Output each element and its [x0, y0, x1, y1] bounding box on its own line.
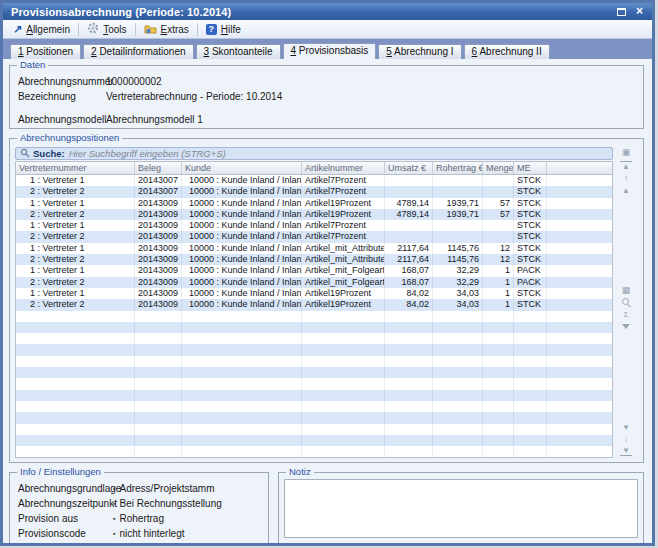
table-cell — [547, 446, 612, 457]
table-cell — [514, 311, 547, 322]
close-button[interactable]: × — [632, 5, 647, 18]
table-cell — [514, 435, 547, 446]
table-cell — [483, 175, 514, 186]
table-cell: Artikel19Prozent — [302, 288, 385, 299]
menu-hilfe[interactable]: ? Hilfe — [200, 23, 247, 36]
table-cell — [182, 367, 302, 378]
menu-hilfe-label: Hilfe — [221, 24, 241, 35]
table-row-empty[interactable] — [16, 390, 612, 401]
filter-icon[interactable] — [620, 322, 632, 332]
column-header[interactable]: ME — [514, 162, 547, 174]
table-row-empty[interactable] — [16, 446, 612, 457]
table-row-empty[interactable] — [16, 378, 612, 389]
table-cell — [16, 446, 135, 457]
table-cell — [182, 390, 302, 401]
table-cell — [385, 333, 433, 344]
table-cell: 20143009 — [135, 243, 182, 254]
column-header[interactable]: Umsatz € — [385, 162, 433, 174]
search-input[interactable] — [69, 148, 608, 159]
table-cell — [547, 378, 612, 389]
menu-allgemein[interactable]: ↗ Allgemein — [7, 23, 76, 36]
menu-tools[interactable]: Tools — [81, 21, 132, 37]
table-row-empty[interactable] — [16, 424, 612, 435]
table-cell — [433, 412, 483, 423]
table-cell: 10000 : Kunde Inland / Inlandsort — [182, 175, 302, 186]
tab-positionen[interactable]: 1 Positionen — [10, 44, 81, 59]
table-cell — [302, 401, 385, 412]
restore-button[interactable] — [614, 5, 629, 18]
table-row[interactable]: 2 : Vertreter 22014300910000 : Kunde Inl… — [16, 254, 612, 265]
table-row[interactable]: 1 : Vertreter 12014300910000 : Kunde Inl… — [16, 198, 612, 209]
table-row-empty[interactable] — [16, 367, 612, 378]
table-row[interactable]: 1 : Vertreter 12014300910000 : Kunde Inl… — [16, 288, 612, 299]
table-row[interactable]: 2 : Vertreter 22014300710000 : Kunde Inl… — [16, 186, 612, 197]
table-cell: Artikel7Prozent — [302, 231, 385, 242]
scroll-to-bottom-icon[interactable]: ▼ — [620, 446, 632, 456]
info-label: Provision aus — [18, 511, 113, 526]
sum-icon[interactable]: Σ — [620, 310, 632, 320]
table-cell: 2 : Vertreter 2 — [16, 231, 135, 242]
table-row-empty[interactable] — [16, 401, 612, 412]
table-cell: 4789,14 — [385, 198, 433, 209]
table-cell — [433, 311, 483, 322]
table-cell — [135, 311, 182, 322]
table-row[interactable]: 2 : Vertreter 22014300910000 : Kunde Inl… — [16, 209, 612, 220]
column-header[interactable]: Artikelnummer — [302, 162, 385, 174]
table-row[interactable]: 2 : Vertreter 22014300910000 : Kunde Inl… — [16, 231, 612, 242]
tab-abrechnung-1[interactable]: 5 Abrechnung I — [378, 44, 461, 59]
notiz-group: Notiz — [278, 472, 644, 543]
table-cell — [385, 401, 433, 412]
scroll-to-top-icon[interactable]: ▲ — [620, 161, 632, 171]
table-cell: STCK — [514, 299, 547, 310]
table-row-empty[interactable] — [16, 344, 612, 355]
toolbar: ↗ Allgemein Tools Extras ? Hilfe — [3, 20, 652, 39]
search-bar[interactable]: Suche: — [15, 147, 613, 160]
column-header[interactable]: Vertreternummer — [16, 162, 135, 174]
column-header[interactable]: Beleg — [135, 162, 182, 174]
table-row-empty[interactable] — [16, 412, 612, 423]
column-header[interactable]: Rohertrag € — [433, 162, 483, 174]
tab-skontoanteile[interactable]: 3 Skontoanteile — [196, 44, 281, 59]
arrow-ne-icon: ↗ — [13, 24, 22, 34]
table-cell — [547, 186, 612, 197]
menu-extras[interactable]: Extras — [138, 22, 195, 37]
grid-view-icon[interactable]: ▦ — [620, 286, 632, 296]
table-cell: 32,29 — [433, 277, 483, 288]
table-cell: 1 : Vertreter 1 — [16, 198, 135, 209]
table-row[interactable]: 1 : Vertreter 12014300910000 : Kunde Inl… — [16, 243, 612, 254]
table-cell — [514, 356, 547, 367]
column-header[interactable]: Kunde — [182, 162, 302, 174]
table-row[interactable]: 2 : Vertreter 22014300910000 : Kunde Inl… — [16, 277, 612, 288]
table-cell — [385, 186, 433, 197]
table-row-empty[interactable] — [16, 311, 612, 322]
table-row-empty[interactable] — [16, 333, 612, 344]
table-row[interactable]: 2 : Vertreter 22014300910000 : Kunde Inl… — [16, 299, 612, 310]
table-cell: 84,02 — [385, 288, 433, 299]
table-cell: 1 — [483, 265, 514, 276]
table-row[interactable]: 1 : Vertreter 12014300910000 : Kunde Inl… — [16, 220, 612, 231]
table-row-empty[interactable] — [16, 356, 612, 367]
table-row-empty[interactable] — [16, 322, 612, 333]
notiz-textarea[interactable] — [284, 479, 638, 538]
table-row[interactable]: 1 : Vertreter 12014300710000 : Kunde Inl… — [16, 175, 612, 186]
table-cell: Artikel19Prozent — [302, 198, 385, 209]
sort-down-icon[interactable]: ▼ — [620, 422, 632, 432]
table-row[interactable]: 1 : Vertreter 12014300910000 : Kunde Inl… — [16, 265, 612, 276]
tab-detailinformationen[interactable]: 2 Detailinformationen — [83, 44, 194, 59]
zoom-icon[interactable] — [620, 298, 632, 308]
column-header[interactable] — [547, 162, 612, 174]
field-label: Abrechnungsmodell — [18, 113, 106, 126]
tab-abrechnung-2[interactable]: 6 Abrechnung II — [464, 44, 550, 59]
tab-provisionsbasis[interactable]: 4 Provisionsbasis — [283, 43, 377, 59]
table-row-empty[interactable] — [16, 435, 612, 446]
table-cell: 168,07 — [385, 265, 433, 276]
table-cell — [483, 378, 514, 389]
column-chooser-icon[interactable]: ▣ — [620, 147, 632, 157]
column-header[interactable]: Menge — [483, 162, 514, 174]
table-cell: 20143009 — [135, 299, 182, 310]
sort-up-icon[interactable]: ▲ — [620, 185, 632, 195]
move-down-icon[interactable]: ↓ — [620, 434, 632, 444]
move-up-icon[interactable]: ↑ — [620, 173, 632, 183]
table-cell — [302, 356, 385, 367]
table-cell — [302, 412, 385, 423]
